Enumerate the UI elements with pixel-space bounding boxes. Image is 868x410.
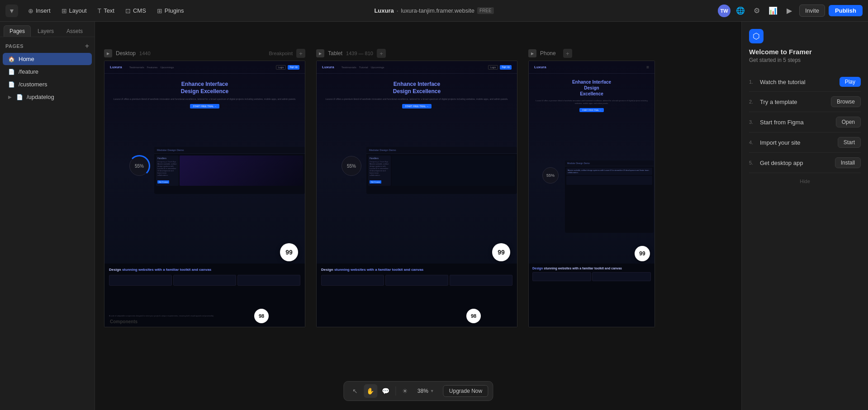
globe-icon: 🌐 [736, 6, 745, 15]
layout-button[interactable]: ⊞ Layout [57, 5, 91, 17]
cursor-tool-btn[interactable]: ↖ [348, 384, 362, 398]
cms-button[interactable]: ⊡ CMS [121, 5, 151, 17]
tab-pages[interactable]: Pages [4, 25, 31, 37]
open-button[interactable]: Open [836, 117, 861, 127]
pages-list: 🏠 Home 📄 /feature 📄 /customers ▶ 📄 /upda… [0, 52, 95, 104]
frame-desktop-header: ▶ Desktop 1440 Breakpoint + [104, 49, 305, 58]
frame-add-phone[interactable]: + [563, 49, 572, 58]
hand-tool-btn[interactable]: ✋ [364, 384, 377, 398]
welcome-step-1: 1. Watch the tutorial Play [749, 72, 861, 92]
framer-icon: ⬡ [753, 31, 760, 41]
nav-right: TW 🌐 ⚙ 📊 ▶ Invite Publish [718, 5, 863, 17]
tab-layers[interactable]: Layers [32, 25, 60, 37]
chevron-icon: ▶ [8, 94, 12, 99]
toolbar-bottom: ↖ ✋ 💬 ☀ 38% ▼ Upgrade Now [343, 381, 493, 401]
analytics-icon-btn[interactable]: 📊 [767, 5, 779, 17]
publish-button[interactable]: Publish [829, 5, 863, 16]
frame-preview-desktop: Luxura Testimonials Features Upcomings L… [104, 61, 305, 327]
page-item-home[interactable]: 🏠 Home [3, 53, 92, 65]
hand-icon: ✋ [366, 387, 374, 395]
avatar[interactable]: TW [718, 5, 730, 17]
welcome-panel: ⬡ Welcome to Framer Get started in 5 ste… [741, 22, 868, 410]
chevron-down-icon: ▼ [430, 389, 434, 393]
page-item-customers[interactable]: 📄 /customers [3, 78, 92, 90]
welcome-step-5: 5. Get desktop app Install [749, 153, 861, 173]
preview-bottom-desktop: Design stunning websites with a familiar… [104, 264, 305, 327]
toolbar-separator [395, 386, 396, 396]
cursor-icon: ↖ [352, 387, 358, 395]
hide-link[interactable]: Hide [749, 179, 861, 184]
step-label-3: Start from Figma [760, 119, 804, 126]
score-badge-phone: 99 [635, 246, 650, 261]
upgrade-button[interactable]: Upgrade Now [443, 385, 488, 397]
preview-icon-btn[interactable]: ▶ [783, 5, 796, 17]
preview-btns: Login Sign Up [276, 65, 299, 70]
layout-icon: ⊞ [62, 7, 67, 14]
percent-badge-tablet: 55% [342, 156, 361, 176]
site-name: Luxura [374, 7, 394, 14]
add-page-button[interactable]: + [85, 42, 89, 50]
step-label-5: Get desktop app [760, 160, 803, 166]
text-icon: T [98, 7, 102, 14]
browse-button[interactable]: Browse [831, 96, 861, 107]
frame-size-tablet: 1439 — 810 [346, 51, 373, 56]
welcome-step-4: 4. Import your site Start [749, 132, 861, 153]
step-num-2: 2. [749, 99, 756, 104]
step-label-1: Watch the tutorial [760, 79, 806, 85]
score-badge-98-tablet: 98 [466, 309, 481, 323]
frame-canvas-tablet[interactable]: Luxura Testimonials Tutorial Upcomings L… [316, 61, 517, 327]
comment-icon: 💬 [382, 387, 389, 395]
zoom-value: 38% [417, 388, 428, 394]
settings-icon-btn[interactable]: ⚙ [750, 5, 763, 17]
preview-nav-tablet: Luxura Testimonials Tutorial Upcomings L… [317, 61, 517, 74]
frame-canvas-desktop[interactable]: Luxura Testimonials Features Upcomings L… [104, 61, 305, 327]
site-separator: · [397, 7, 398, 14]
page-icon-updatelog: 📄 [16, 94, 23, 100]
site-info: Luxura · luxura-tanjim.framer.website FR… [374, 7, 493, 14]
preview-nav-desktop: Luxura Testimonials Features Upcomings L… [104, 61, 305, 74]
frame-canvas-phone[interactable]: Luxura ≡ Enhance InterfaceDesign Excelle… [528, 61, 655, 327]
step-num-5: 5. [749, 160, 756, 165]
topnav: ▼ ⊕ Insert ⊞ Layout T Text ⊡ CMS ⊞ Plugi… [0, 0, 868, 22]
start-button[interactable]: Start [838, 137, 861, 148]
play-button[interactable]: Play [840, 77, 861, 87]
brightness-tool-btn[interactable]: ☀ [398, 384, 412, 398]
score-badge-desktop: 99 [280, 243, 298, 261]
site-url[interactable]: luxura-tanjim.framer.website [401, 7, 474, 14]
page-item-feature[interactable]: 📄 /feature [3, 66, 92, 78]
chart-icon: 📊 [768, 6, 778, 15]
globe-icon-btn[interactable]: 🌐 [734, 5, 747, 17]
welcome-step-3: 3. Start from Figma Open [749, 112, 861, 132]
canvas-area[interactable]: ▶ Desktop 1440 Breakpoint + Luxura Testi… [95, 22, 741, 410]
sub-preview-desktop: Modular Design Demo Handlers Designing a… [154, 147, 305, 194]
frame-name-phone: Phone [540, 50, 556, 57]
comment-tool-btn[interactable]: 💬 [379, 384, 393, 398]
page-label-customers: /customers [19, 81, 47, 88]
preview-nav-phone: Luxura ≡ [529, 61, 655, 74]
invite-button[interactable]: Invite [799, 5, 825, 17]
framer-logo: ⬡ [749, 29, 764, 43]
frame-play-phone[interactable]: ▶ [528, 49, 536, 57]
frame-name-desktop: Desktop [116, 50, 136, 57]
preview-logo-desktop: Luxura [110, 65, 122, 69]
step-label-2: Try a template [760, 99, 797, 105]
install-button[interactable]: Install [835, 157, 861, 168]
zoom-display[interactable]: 38% ▼ [414, 388, 438, 394]
plugins-button[interactable]: ⊞ Plugins [152, 5, 189, 17]
sidebar: Pages Layers Assets Pages + 🏠 Home 📄 /fe… [0, 22, 95, 410]
preview-hero-tablet: Enhance Interface Design Excellence Luxu… [317, 74, 517, 113]
cms-icon: ⊡ [125, 7, 131, 14]
frame-tablet: ▶ Tablet 1439 — 810 + Luxura Testimonial… [316, 49, 517, 327]
text-button[interactable]: T Text [93, 5, 119, 17]
frame-play-desktop[interactable]: ▶ [104, 49, 112, 57]
app-logo[interactable]: ▼ [5, 5, 18, 17]
insert-button[interactable]: ⊕ Insert [24, 5, 55, 17]
score-badge-tablet: 99 [492, 243, 510, 261]
tab-assets[interactable]: Assets [61, 25, 89, 37]
frame-add-desktop[interactable]: + [296, 49, 305, 58]
frame-play-tablet[interactable]: ▶ [316, 49, 324, 57]
frame-add-tablet[interactable]: + [377, 49, 386, 58]
page-item-updatelog[interactable]: ▶ 📄 /updatelog [3, 91, 92, 103]
main-layout: Pages Layers Assets Pages + 🏠 Home 📄 /fe… [0, 22, 868, 410]
page-label-feature: /feature [19, 68, 38, 75]
